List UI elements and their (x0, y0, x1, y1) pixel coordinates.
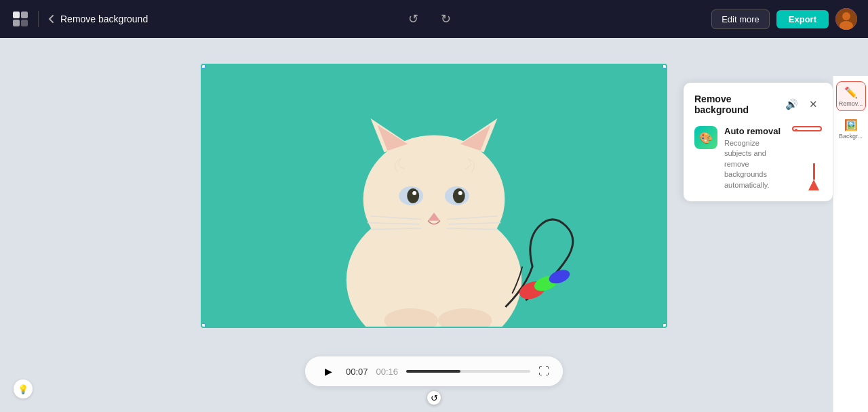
auto-removal-icon: 🎨 (694, 126, 717, 149)
arrow-stem (813, 163, 815, 180)
main-canvas-area: ⊞ ✂ (0, 38, 868, 412)
handle-top-right[interactable] (663, 64, 667, 68)
progress-bar[interactable] (406, 370, 530, 373)
total-time: 00:16 (376, 367, 399, 377)
handle-bottom-right[interactable] (663, 323, 667, 328)
logo[interactable] (11, 9, 30, 28)
toggle-wrapper (792, 126, 822, 131)
rotate-handle[interactable]: ↺ (427, 390, 441, 405)
redo-button[interactable]: ↻ (435, 8, 457, 30)
video-controls: ▶ 00:07 00:16 ⛶ (305, 356, 563, 386)
panel-close-button[interactable]: ✕ (804, 96, 822, 113)
fullscreen-button[interactable]: ⛶ (538, 365, 549, 377)
video-frame[interactable] (201, 64, 667, 328)
topbar-center: ↺ ↻ (156, 8, 703, 30)
auto-removal-title: Auto removal (724, 126, 785, 136)
canvas-area: ↺ ▶ 00:07 00:16 ⛶ (201, 64, 667, 386)
background-tool[interactable]: 🖼️ Backgr... (836, 114, 866, 144)
topbar-right: Edit more Export (711, 8, 857, 30)
svg-point-18 (412, 191, 416, 195)
svg-point-5 (842, 12, 850, 20)
remove-bg-icon: ✏️ (844, 86, 858, 99)
remove-background-tool[interactable]: ✏️ Remov... (836, 81, 866, 111)
export-button[interactable]: Export (776, 10, 829, 28)
auto-removal-section: 🎨 Auto removal Recognize subjects and re… (694, 126, 822, 190)
cat-illustration (202, 64, 666, 328)
handle-bottom-left[interactable] (201, 323, 205, 328)
arrow-head (808, 180, 819, 190)
svg-point-19 (458, 191, 462, 195)
handle-top-left[interactable] (201, 64, 205, 68)
svg-point-17 (453, 188, 465, 203)
toggle-container (792, 126, 822, 131)
current-time: 00:07 (346, 367, 368, 377)
background-icon: 🖼️ (844, 119, 858, 131)
svg-point-16 (407, 188, 419, 203)
hint-button[interactable]: 💡 (14, 379, 33, 398)
avatar[interactable] (835, 8, 857, 30)
topbar: Remove background ↺ ↻ Edit more Export (0, 0, 868, 38)
toggle-track (795, 129, 797, 131)
svg-point-9 (363, 136, 505, 264)
back-button[interactable]: Remove background (47, 14, 148, 24)
panel-header-icons: 🔊 ✕ (783, 96, 822, 113)
video-content (202, 65, 666, 327)
svg-rect-0 (13, 12, 20, 18)
arrow-indicator (808, 163, 819, 190)
page-title: Remove background (60, 14, 148, 24)
undo-button[interactable]: ↺ (403, 8, 425, 30)
auto-removal-description: Recognize subjects and remove background… (724, 138, 785, 190)
panel-title: Remove background (694, 94, 783, 115)
panel-header: Remove background 🔊 ✕ (694, 94, 822, 115)
edit-more-button[interactable]: Edit more (711, 9, 770, 29)
topbar-divider (38, 11, 39, 27)
toggle-thumb (784, 131, 795, 142)
svg-rect-1 (21, 12, 28, 18)
svg-rect-2 (13, 20, 20, 26)
progress-fill (406, 370, 460, 373)
svg-rect-3 (21, 20, 28, 26)
right-sidebar: ✏️ Remov... 🖼️ Backgr... (833, 76, 868, 412)
play-button[interactable]: ▶ (319, 362, 338, 381)
auto-removal-text: Auto removal Recognize subjects and remo… (724, 126, 785, 190)
panel-sound-button[interactable]: 🔊 (783, 96, 800, 113)
